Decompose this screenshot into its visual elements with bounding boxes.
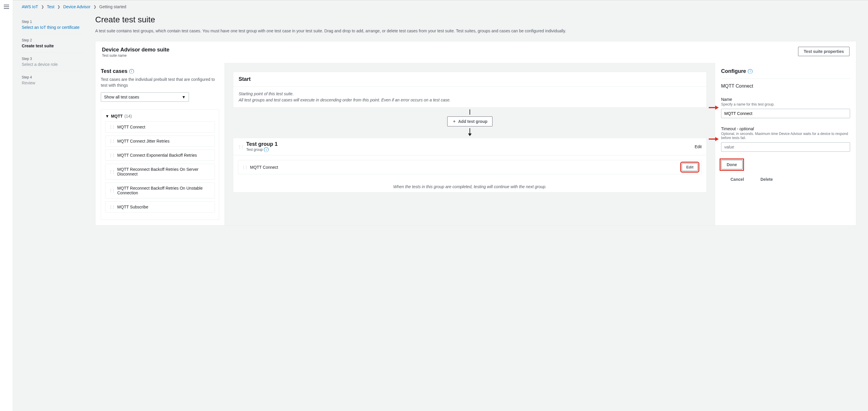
page-main: Create test suite A test suite contains … bbox=[95, 13, 868, 411]
plus-icon: ＋ bbox=[452, 119, 456, 124]
done-highlight: Done bbox=[721, 160, 743, 169]
start-line2: All test groups and test cases will exec… bbox=[239, 97, 701, 103]
edit-test-case-button[interactable]: Edit bbox=[682, 163, 698, 171]
timeout-input[interactable] bbox=[721, 142, 850, 152]
test-group-card: ⋮⋮ Test group 1 Test group i Edit bbox=[233, 138, 707, 193]
add-test-group-button[interactable]: ＋ Add test group bbox=[447, 116, 493, 126]
start-card: Start Starting point of this test suite.… bbox=[233, 72, 707, 108]
timeout-optional: optional bbox=[740, 126, 754, 131]
name-label: Name bbox=[721, 97, 850, 102]
configure-panel: Configure i MQTT Connect Name Specify a … bbox=[715, 63, 856, 225]
test-case-label: MQTT Connect bbox=[117, 125, 145, 129]
test-cases-filter-select[interactable]: Show all test cases ▼ bbox=[101, 92, 189, 102]
breadcrumb-aws-iot[interactable]: AWS IoT bbox=[22, 4, 38, 9]
done-button[interactable]: Done bbox=[721, 160, 743, 169]
filter-value: Show all test cases bbox=[104, 95, 139, 99]
test-group-header: ⋮⋮ Test group 1 Test group i Edit bbox=[233, 138, 706, 155]
configure-subtitle: MQTT Connect bbox=[721, 84, 850, 89]
configure-title: Configure i bbox=[721, 68, 850, 79]
test-cases-list: ▼ MQTT (14) ⋮⋮ MQTT Connect ⋮⋮ bbox=[101, 109, 219, 220]
chevron-right-icon: ❯ bbox=[57, 5, 60, 9]
test-case-label: MQTT Subscribe bbox=[117, 205, 148, 209]
breadcrumb-test[interactable]: Test bbox=[47, 4, 55, 9]
test-case-label: MQTT Reconnect Backoff Retries On Unstab… bbox=[117, 186, 211, 195]
step-label: Step 3 bbox=[22, 57, 84, 61]
configure-title-text: Configure bbox=[721, 68, 746, 75]
drag-handle-icon[interactable]: ⋮⋮ bbox=[109, 153, 114, 157]
wizard-step-2: Step 2 Create test suite bbox=[22, 34, 84, 53]
page-desc: A test suite contains test groups, which… bbox=[95, 28, 856, 34]
hamburger-column bbox=[0, 0, 13, 411]
name-input[interactable] bbox=[721, 109, 850, 118]
group-body: ⋮⋮ MQTT Connect Edit bbox=[233, 155, 706, 179]
suite-card: Device Advisor demo suite Test suite nam… bbox=[95, 41, 856, 226]
test-case-item[interactable]: ⋮⋮ MQTT Subscribe bbox=[105, 201, 215, 212]
info-icon[interactable]: i bbox=[129, 69, 134, 74]
test-cases-panel: Test cases i Test cases are the individu… bbox=[95, 63, 225, 225]
group-subtitle: Test group i bbox=[246, 147, 692, 152]
wizard-step-3: Step 3 Select a device role bbox=[22, 53, 84, 71]
cancel-button[interactable]: Cancel bbox=[726, 175, 748, 184]
group-title: Test group 1 bbox=[246, 141, 692, 147]
wizard-step-4: Step 4 Review bbox=[22, 71, 84, 89]
test-case-item[interactable]: ⋮⋮ MQTT Reconnect Backoff Retries On Ser… bbox=[105, 164, 215, 180]
test-category-mqtt[interactable]: ▼ MQTT (14) bbox=[105, 114, 215, 118]
config-actions: Cancel Delete bbox=[721, 175, 850, 184]
wizard-step-1[interactable]: Step 1 Select an IoT thing or certificat… bbox=[22, 16, 84, 34]
timeout-hint: Optional, in seconds. Maximum time Devic… bbox=[721, 132, 850, 140]
connector-line bbox=[470, 109, 470, 115]
timeout-field-group: Timeout - optional Optional, in seconds.… bbox=[721, 126, 850, 152]
builder-panel: Start Starting point of this test suite.… bbox=[225, 63, 715, 225]
group-tc-label: MQTT Connect bbox=[250, 165, 278, 170]
annotation-arrow-icon bbox=[709, 106, 719, 110]
info-icon[interactable]: i bbox=[748, 69, 752, 74]
chevron-right-icon: ❯ bbox=[93, 5, 96, 9]
breadcrumb-device-advisor[interactable]: Device Advisor bbox=[63, 4, 91, 9]
page-title: Create test suite bbox=[95, 15, 856, 24]
test-cases-title: Test cases i bbox=[101, 68, 219, 75]
step-title: Select a device role bbox=[22, 62, 84, 67]
drag-handle-icon[interactable]: ⋮⋮ bbox=[109, 205, 114, 209]
test-case-item[interactable]: ⋮⋮ MQTT Connect Exponential Backoff Retr… bbox=[105, 150, 215, 161]
group-test-case[interactable]: ⋮⋮ MQTT Connect Edit bbox=[238, 160, 702, 174]
name-field-group: Name Specify a name for this test group. bbox=[721, 97, 850, 118]
wizard-nav: Step 1 Select an IoT thing or certificat… bbox=[22, 13, 95, 411]
category-count: (14) bbox=[125, 114, 132, 118]
drag-handle-icon[interactable]: ⋮⋮ bbox=[109, 125, 114, 129]
caret-down-icon: ▼ bbox=[105, 114, 109, 118]
start-title: Start bbox=[233, 72, 706, 87]
test-case-label: MQTT Connect Exponential Backoff Retries bbox=[117, 153, 197, 157]
caret-down-icon: ▼ bbox=[182, 95, 186, 99]
arrow-down-icon bbox=[468, 134, 472, 136]
breadcrumb: AWS IoT ❯ Test ❯ Device Advisor ❯ Gettin… bbox=[13, 0, 868, 13]
work-area: Test cases i Test cases are the individu… bbox=[95, 63, 856, 225]
timeout-label-text: Timeout - bbox=[721, 126, 740, 131]
step-title: Review bbox=[22, 81, 84, 85]
drag-handle-icon[interactable]: ⋮⋮ bbox=[109, 188, 114, 193]
main-area: AWS IoT ❯ Test ❯ Device Advisor ❯ Gettin… bbox=[13, 0, 868, 411]
test-suite-properties-button[interactable]: Test suite properties bbox=[798, 47, 849, 56]
chevron-right-icon: ❯ bbox=[41, 5, 44, 9]
drag-handle-icon[interactable]: ⋮⋮ bbox=[238, 145, 243, 149]
name-hint: Specify a name for this test group. bbox=[721, 102, 850, 107]
test-case-item[interactable]: ⋮⋮ MQTT Connect Jitter Retries bbox=[105, 136, 215, 147]
delete-button[interactable]: Delete bbox=[756, 175, 777, 184]
drag-handle-icon[interactable]: ⋮⋮ bbox=[242, 165, 247, 169]
step-title: Create test suite bbox=[22, 43, 84, 48]
start-body: Starting point of this test suite. All t… bbox=[233, 87, 706, 107]
test-case-item[interactable]: ⋮⋮ MQTT Reconnect Backoff Retries On Uns… bbox=[105, 182, 215, 199]
hamburger-icon[interactable] bbox=[4, 5, 9, 9]
suite-header: Device Advisor demo suite Test suite nam… bbox=[95, 41, 856, 63]
category-name: MQTT bbox=[111, 114, 123, 118]
group-footer: When the tests in this group are complet… bbox=[233, 179, 706, 192]
drag-handle-icon[interactable]: ⋮⋮ bbox=[109, 139, 114, 143]
suite-title: Device Advisor demo suite bbox=[102, 47, 169, 53]
info-icon[interactable]: i bbox=[264, 147, 269, 152]
group-edit-link[interactable]: Edit bbox=[694, 144, 702, 149]
step-title[interactable]: Select an IoT thing or certificate bbox=[22, 25, 84, 30]
start-line1: Starting point of this test suite. bbox=[239, 91, 701, 97]
breadcrumb-current: Getting started bbox=[99, 4, 126, 9]
drag-handle-icon[interactable]: ⋮⋮ bbox=[109, 170, 114, 174]
test-case-item[interactable]: ⋮⋮ MQTT Connect bbox=[105, 121, 215, 133]
step-label: Step 4 bbox=[22, 75, 84, 79]
